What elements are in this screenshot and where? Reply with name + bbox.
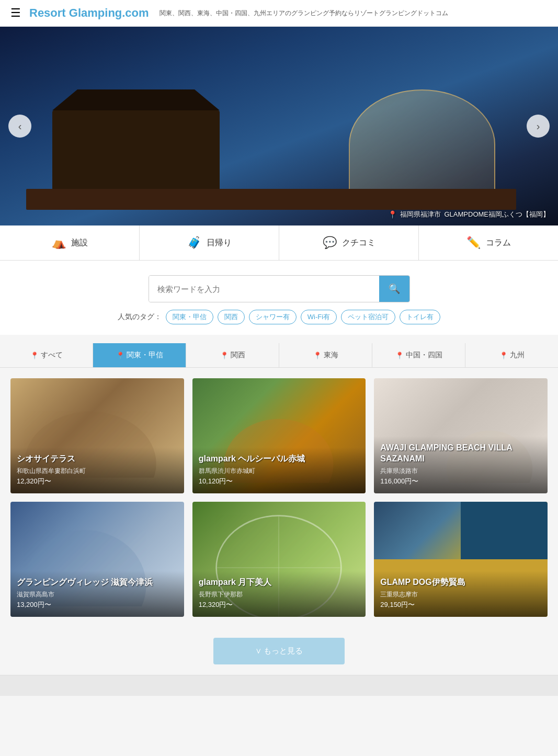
tag-pet[interactable]: ペット宿泊可 bbox=[341, 310, 395, 324]
bag-icon: 🧳 bbox=[187, 236, 201, 250]
card-3-name: AWAJI GLAMPING BEACH VILLA SAZANAMI bbox=[380, 443, 541, 465]
tab-day-trip[interactable]: 🧳 日帰り bbox=[140, 225, 279, 260]
card-4-overlay: グランピングヴィレッジ 滋賀今津浜 滋賀県高島市 13,200円〜 bbox=[10, 571, 184, 617]
card-5-name: glampark 月下美人 bbox=[199, 577, 360, 588]
chat-icon: 💬 bbox=[323, 236, 337, 250]
card-3-overlay: AWAJI GLAMPING BEACH VILLA SAZANAMI 兵庫県淡… bbox=[374, 436, 548, 493]
pin-all-icon: 📍 bbox=[30, 352, 39, 359]
header: ☰ Resort Glamping.com 関東、関西、東海、中国・四国、九州エ… bbox=[0, 0, 558, 27]
region-tab-kansai[interactable]: 📍 関西 bbox=[186, 343, 279, 367]
tag-kanto-koshin[interactable]: 関東・甲信 bbox=[166, 310, 213, 324]
pin-kanto-icon: 📍 bbox=[116, 352, 124, 359]
facility-card-3[interactable]: AWAJI GLAMPING BEACH VILLA SAZANAMI 兵庫県淡… bbox=[374, 378, 548, 493]
facility-card-2[interactable]: glampark ヘルシーパル赤城 群馬県渋川市赤城町 10,120円〜 bbox=[192, 378, 366, 493]
card-3-price: 116,000円〜 bbox=[380, 477, 541, 486]
tab-column[interactable]: ✏️ コラム bbox=[419, 225, 558, 260]
card-4-price: 13,200円〜 bbox=[17, 600, 178, 610]
site-logo[interactable]: Resort Glamping.com bbox=[29, 6, 149, 20]
facility-card-4[interactable]: グランピングヴィレッジ 滋賀今津浜 滋賀県高島市 13,200円〜 bbox=[10, 502, 184, 617]
tab-facilities-label: 施設 bbox=[71, 238, 88, 249]
card-1-overlay: シオサイテラス 和歌山県西牟婁郡白浜町 12,320円〜 bbox=[10, 447, 184, 493]
card-2-name: glampark ヘルシーパル赤城 bbox=[199, 454, 360, 465]
tags-label: 人気のタグ： bbox=[118, 312, 162, 322]
tab-column-label: コラム bbox=[486, 238, 511, 249]
tent-icon: ⛺ bbox=[52, 236, 66, 250]
search-bar: 🔍 bbox=[149, 275, 410, 302]
region-tab-tokai-label: 東海 bbox=[324, 351, 338, 360]
region-tab-kyushu[interactable]: 📍 九州 bbox=[465, 343, 558, 367]
region-tab-all[interactable]: 📍 すべて bbox=[0, 343, 93, 367]
tag-wifi[interactable]: Wi-Fi有 bbox=[301, 310, 337, 324]
card-2-price: 10,120円〜 bbox=[199, 477, 360, 486]
facility-card-6[interactable]: GLAMP DOG伊勢賢島 三重県志摩市 29,150円〜 bbox=[374, 502, 548, 617]
region-tab-chugoku-label: 中国・四国 bbox=[406, 351, 442, 360]
cards-section: シオサイテラス 和歌山県西牟婁郡白浜町 12,320円〜 glampark ヘル… bbox=[0, 368, 558, 627]
popular-tags: 人気のタグ： 関東・甲信 関西 シャワー有 Wi-Fi有 ペット宿泊可 トイレ有 bbox=[118, 310, 440, 324]
pin-tokai-icon: 📍 bbox=[313, 352, 322, 359]
hero-deck-shape bbox=[26, 189, 516, 210]
tab-reviews-label: クチコミ bbox=[342, 238, 375, 249]
tag-shower[interactable]: シャワー有 bbox=[249, 310, 297, 324]
region-tab-all-label: すべて bbox=[41, 351, 63, 360]
pin-kansai-icon: 📍 bbox=[220, 352, 229, 359]
search-input[interactable] bbox=[149, 276, 379, 302]
logo-text-resort: Resort bbox=[29, 6, 66, 19]
card-5-price: 12,320円〜 bbox=[199, 600, 360, 610]
region-tab-tokai[interactable]: 📍 東海 bbox=[279, 343, 372, 367]
region-tab-kansai-label: 関西 bbox=[231, 351, 245, 360]
pencil-icon: ✏️ bbox=[466, 236, 481, 250]
more-button[interactable]: ∨ もっと見る bbox=[213, 638, 345, 664]
tab-reviews[interactable]: 💬 クチコミ bbox=[279, 225, 419, 260]
card-1-price: 12,320円〜 bbox=[17, 477, 178, 486]
hero-location-label: 📍 福岡県福津市 GLAMPDOME福岡ふくつ【福岡】 bbox=[388, 210, 550, 219]
search-button[interactable]: 🔍 bbox=[379, 276, 409, 302]
search-icon: 🔍 bbox=[389, 284, 400, 294]
region-tab-kanto[interactable]: 📍 関東・甲信 bbox=[93, 343, 186, 367]
card-5-overlay: glampark 月下美人 長野県下伊那郡 12,320円〜 bbox=[192, 571, 366, 617]
location-pin-icon: 📍 bbox=[388, 210, 397, 219]
card-2-location: 群馬県渋川市赤城町 bbox=[199, 467, 360, 476]
logo-text-glamping: Glamping.com bbox=[69, 6, 149, 19]
card-6-location: 三重県志摩市 bbox=[380, 590, 541, 599]
card-4-name: グランピングヴィレッジ 滋賀今津浜 bbox=[17, 577, 178, 588]
footer-bar bbox=[0, 675, 558, 696]
card-3-location: 兵庫県淡路市 bbox=[380, 467, 541, 476]
header-tagline: 関東、関西、東海、中国・四国、九州エリアのグランピング予約ならリゾートグランピン… bbox=[160, 9, 448, 18]
card-1-name: シオサイテラス bbox=[17, 454, 178, 465]
hero-facility-name: GLAMPDOME福岡ふくつ【福岡】 bbox=[444, 210, 550, 219]
tag-toilet[interactable]: トイレ有 bbox=[400, 310, 440, 324]
pin-chugoku-icon: 📍 bbox=[395, 352, 404, 359]
card-6-name: GLAMP DOG伊勢賢島 bbox=[380, 577, 541, 588]
tab-day-trip-label: 日帰り bbox=[207, 238, 232, 249]
tag-kansai[interactable]: 関西 bbox=[218, 310, 245, 324]
pin-kyushu-icon: 📍 bbox=[499, 352, 508, 359]
facility-card-5[interactable]: glampark 月下美人 長野県下伊那郡 12,320円〜 bbox=[192, 502, 366, 617]
card-4-location: 滋賀県高島市 bbox=[17, 590, 178, 599]
card-1-location: 和歌山県西牟婁郡白浜町 bbox=[17, 467, 178, 476]
more-button-wrap: ∨ もっと見る bbox=[0, 627, 558, 675]
hero-dome-shape bbox=[349, 89, 495, 199]
slider-prev-button[interactable]: ‹ bbox=[8, 115, 31, 138]
facility-card-1[interactable]: シオサイテラス 和歌山県西牟婁郡白浜町 12,320円〜 bbox=[10, 378, 184, 493]
card-6-overlay: GLAMP DOG伊勢賢島 三重県志摩市 29,150円〜 bbox=[374, 571, 548, 617]
hero-slider: ‹ › 📍 福岡県福津市 GLAMPDOME福岡ふくつ【福岡】 bbox=[0, 27, 558, 225]
card-2-overlay: glampark ヘルシーパル赤城 群馬県渋川市赤城町 10,120円〜 bbox=[192, 447, 366, 493]
region-tabs: 📍 すべて 📍 関東・甲信 📍 関西 📍 東海 📍 中国・四国 📍 九州 bbox=[0, 343, 558, 368]
hero-image bbox=[0, 27, 558, 225]
hamburger-menu-icon[interactable]: ☰ bbox=[10, 6, 21, 20]
region-tab-chugoku[interactable]: 📍 中国・四国 bbox=[372, 343, 465, 367]
hero-building-shape bbox=[52, 110, 220, 194]
card-6-price: 29,150円〜 bbox=[380, 600, 541, 610]
tab-facilities[interactable]: ⛺ 施設 bbox=[0, 225, 140, 260]
hero-location-text: 福岡県福津市 bbox=[400, 210, 441, 219]
search-section: 🔍 人気のタグ： 関東・甲信 関西 シャワー有 Wi-Fi有 ペット宿泊可 トイ… bbox=[0, 261, 558, 335]
card-5-location: 長野県下伊那郡 bbox=[199, 590, 360, 599]
cards-grid: シオサイテラス 和歌山県西牟婁郡白浜町 12,320円〜 glampark ヘル… bbox=[10, 378, 548, 617]
region-tab-kyushu-label: 九州 bbox=[510, 351, 525, 360]
region-tab-kanto-label: 関東・甲信 bbox=[127, 351, 163, 360]
slider-next-button[interactable]: › bbox=[527, 115, 550, 138]
main-nav-tabs: ⛺ 施設 🧳 日帰り 💬 クチコミ ✏️ コラム bbox=[0, 225, 558, 261]
